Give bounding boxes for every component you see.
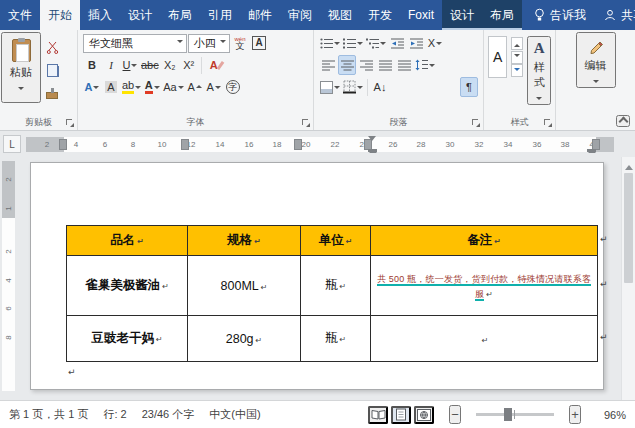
clipboard-dialog-launcher[interactable]	[65, 118, 75, 128]
editing-menu-button[interactable]: 编辑	[576, 32, 616, 88]
zoom-percentage[interactable]: 96%	[596, 409, 626, 421]
distribute-button[interactable]	[395, 55, 413, 75]
phonetic-guide-button[interactable]: wén文	[231, 33, 249, 53]
vertical-scrollbar[interactable]	[621, 157, 635, 400]
tab-references[interactable]: 引用	[200, 0, 240, 30]
share-button[interactable]: 共享	[594, 0, 635, 30]
web-layout-button[interactable]	[414, 406, 434, 424]
tab-mailings[interactable]: 邮件	[240, 0, 280, 30]
tab-review[interactable]: 审阅	[280, 0, 320, 30]
header-cell-unit[interactable]: 单位↵	[301, 226, 371, 256]
style-gallery-down-button[interactable]	[511, 51, 523, 64]
scrollbar-thumb[interactable]	[624, 173, 633, 283]
body-cell[interactable]: 豆豉老干妈↵	[67, 316, 188, 362]
underline-button[interactable]: U	[121, 55, 139, 75]
grow-font-button[interactable]: A	[186, 77, 204, 97]
format-painter-button[interactable]	[43, 83, 61, 103]
document-page[interactable]: 品名↵ 规格↵ 单位↵ 备注↵ 雀巢美极酱油↵ 800ML↵ 瓶↵ 共 500 …	[30, 162, 604, 390]
vertical-ruler[interactable]: 2 1 2 4 6 8	[2, 161, 15, 391]
styles-pane-button[interactable]: A 样式	[527, 36, 551, 105]
remark-cell[interactable]: 共 500 瓶，统一发货，货到付款，特殊情况请联系客服↵	[371, 256, 598, 316]
borders-button[interactable]	[342, 77, 364, 97]
collapse-ribbon-button[interactable]	[616, 115, 630, 127]
tab-file[interactable]: 文件	[0, 0, 40, 30]
body-cell[interactable]: 瓶↵	[301, 316, 371, 362]
scroll-up-arrow-icon[interactable]	[625, 161, 633, 170]
page-indicator[interactable]: 第 1 页，共 1 页	[9, 407, 88, 422]
font-size-combo[interactable]: 小四	[188, 34, 230, 53]
body-cell[interactable]: 280g↵	[188, 316, 301, 362]
text-effects-button[interactable]: A	[83, 77, 101, 97]
tab-view[interactable]: 视图	[320, 0, 360, 30]
line-indicator[interactable]: 行: 2	[103, 407, 126, 422]
italic-button[interactable]: I	[102, 55, 120, 75]
shading-button[interactable]	[319, 77, 341, 97]
body-cell[interactable]: 瓶↵	[301, 256, 371, 316]
paste-button[interactable]: 粘贴	[1, 32, 41, 103]
multilevel-list-button[interactable]	[365, 33, 387, 53]
numbered-list-button[interactable]	[342, 33, 364, 53]
tab-table-tools-design[interactable]: 设计	[442, 0, 482, 30]
enclose-characters-button[interactable]: 字	[224, 77, 242, 97]
body-cell[interactable]: 800ML↵	[188, 256, 301, 316]
font-dialog-launcher[interactable]	[301, 118, 311, 128]
header-cell-spec[interactable]: 规格↵	[188, 226, 301, 256]
copy-button[interactable]	[43, 60, 61, 80]
strikethrough-button[interactable]: abc	[140, 55, 160, 75]
header-cell-product[interactable]: 品名↵	[67, 226, 188, 256]
character-shading-button[interactable]: A	[102, 77, 120, 97]
style-gallery-tile[interactable]: A	[488, 36, 507, 78]
print-layout-button[interactable]	[391, 406, 411, 424]
style-gallery-up-button[interactable]	[511, 37, 523, 50]
zoom-slider[interactable]	[476, 413, 554, 416]
tab-layout[interactable]: 布局	[160, 0, 200, 30]
increase-indent-button[interactable]	[407, 33, 425, 53]
tab-insert[interactable]: 插入	[80, 0, 120, 30]
header-cell-remark[interactable]: 备注↵	[371, 226, 598, 256]
zoom-in-button[interactable]: +	[569, 405, 581, 424]
language-indicator[interactable]: 中文(中国)	[209, 407, 260, 422]
zoom-slider-handle[interactable]	[504, 408, 512, 421]
line-spacing-button[interactable]	[414, 55, 436, 75]
shrink-font-button[interactable]: A	[205, 77, 223, 97]
horizontal-ruler[interactable]: 2 4 6 8 10 12 14 16 18 20 22 24 26 28 30…	[26, 137, 614, 152]
change-case-button[interactable]: Aa	[162, 77, 184, 97]
word-count[interactable]: 23/46 个字	[142, 407, 195, 422]
tab-foxit[interactable]: Foxit	[400, 0, 442, 30]
bold-button[interactable]: B	[83, 55, 101, 75]
zoom-out-button[interactable]: −	[449, 405, 461, 424]
cut-button[interactable]	[43, 37, 61, 57]
superscript-button[interactable]: X²	[180, 55, 198, 75]
bullet-list-button[interactable]	[319, 33, 341, 53]
tab-developer[interactable]: 开发	[360, 0, 400, 30]
read-mode-button[interactable]	[368, 406, 388, 424]
font-name-combo[interactable]: 华文细黑	[83, 34, 187, 53]
align-right-button[interactable]	[357, 55, 375, 75]
show-formatting-marks-button[interactable]: ¶	[460, 77, 478, 97]
table-column-marker[interactable]	[181, 139, 189, 150]
tab-table-tools-layout[interactable]: 布局	[482, 0, 522, 30]
align-center-button[interactable]	[338, 55, 356, 75]
first-line-indent-marker[interactable]	[368, 136, 376, 145]
justify-button[interactable]	[376, 55, 394, 75]
highlight-color-button[interactable]: ab	[121, 77, 142, 97]
tab-design[interactable]: 设计	[120, 0, 160, 30]
clear-formatting-button[interactable]: A	[205, 55, 223, 75]
style-gallery-more-button[interactable]	[511, 64, 523, 77]
right-indent-marker[interactable]	[587, 149, 596, 152]
table-column-marker[interactable]	[59, 139, 67, 150]
table-column-marker[interactable]	[294, 139, 302, 150]
paragraph-dialog-launcher[interactable]	[471, 118, 481, 128]
left-indent-marker[interactable]	[368, 149, 377, 152]
font-color-button[interactable]: A	[143, 77, 161, 97]
remark-cell[interactable]: ↵	[371, 316, 598, 362]
tab-home[interactable]: 开始	[40, 0, 80, 30]
character-border-button[interactable]: A	[250, 33, 268, 53]
tell-me-box[interactable]: 告诉我	[526, 0, 594, 30]
subscript-button[interactable]: X₂	[161, 55, 179, 75]
styles-dialog-launcher[interactable]	[543, 118, 553, 128]
asian-layout-button[interactable]: X	[426, 33, 444, 53]
decrease-indent-button[interactable]	[388, 33, 406, 53]
sort-button[interactable]: A↓	[371, 77, 389, 97]
align-left-button[interactable]	[319, 55, 337, 75]
